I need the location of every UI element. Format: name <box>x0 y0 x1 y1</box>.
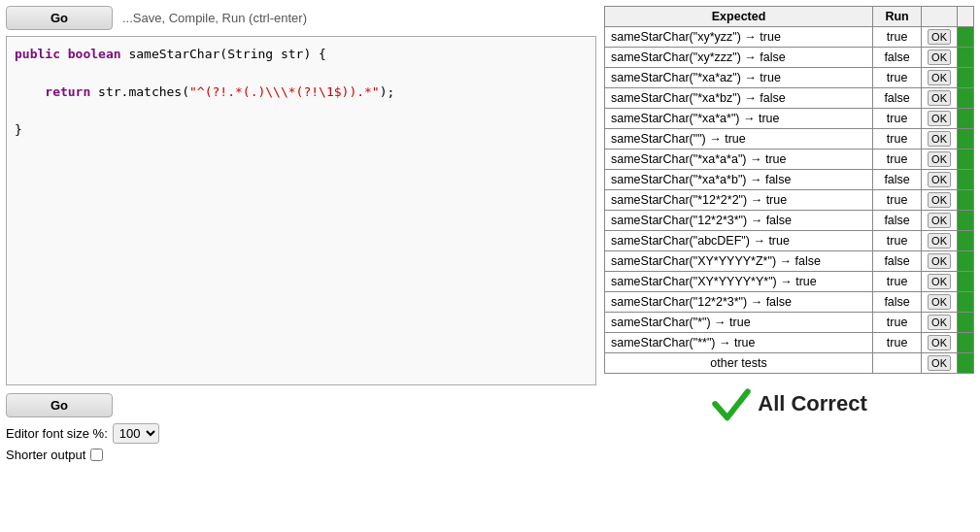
cell-run: false <box>873 251 922 272</box>
cell-run: true <box>873 231 922 251</box>
cell-ok[interactable]: OK <box>922 333 958 353</box>
cell-run: true <box>873 333 922 353</box>
table-row: sameStarChar("*xa*a*") → truetrueOK <box>605 109 974 129</box>
cell-indicator <box>958 333 974 353</box>
cell-run: false <box>873 211 922 231</box>
cell-ok[interactable]: OK <box>922 313 958 333</box>
col-header-expected: Expected <box>605 7 873 27</box>
cell-run: true <box>873 272 922 292</box>
cell-indicator <box>958 313 974 333</box>
cell-indicator <box>958 109 974 129</box>
cell-indicator <box>958 292 974 313</box>
col-header-indicator <box>958 7 974 27</box>
other-tests-label: other tests <box>605 353 873 374</box>
col-header-ok <box>922 7 958 27</box>
table-row: sameStarChar("**") → truetrueOK <box>605 333 974 353</box>
cell-run: true <box>873 313 922 333</box>
cell-ok[interactable]: OK <box>922 48 958 68</box>
cell-ok[interactable]: OK <box>922 292 958 313</box>
col-header-run: Run <box>873 7 922 27</box>
cell-ok[interactable]: OK <box>922 68 958 88</box>
cell-indicator <box>958 68 974 88</box>
table-row: sameStarChar("12*2*3*") → falsefalseOK <box>605 211 974 231</box>
table-row: sameStarChar("*") → truetrueOK <box>605 313 974 333</box>
cell-indicator <box>958 272 974 292</box>
other-tests-indicator <box>958 353 974 374</box>
left-panel: Go ...Save, Compile, Run (ctrl-enter) pu… <box>0 0 602 468</box>
cell-indicator <box>958 211 974 231</box>
cell-run: true <box>873 129 922 150</box>
table-row: sameStarChar("*xa*a*b") → falsefalseOK <box>605 170 974 190</box>
table-row: sameStarChar("XY*YYYY*Z*") → falsefalseO… <box>605 251 974 272</box>
table-row: sameStarChar("*xa*bz") → falsefalseOK <box>605 88 974 109</box>
shorter-output-label: Shorter output <box>6 448 85 462</box>
cell-expected: sameStarChar("*12*2*2") → true <box>605 190 873 211</box>
shorter-output-row: Shorter output <box>6 448 596 462</box>
cell-expected: sameStarChar("*") → true <box>605 313 873 333</box>
cell-indicator <box>958 190 974 211</box>
cell-ok[interactable]: OK <box>922 251 958 272</box>
cell-ok[interactable]: OK <box>922 109 958 129</box>
cell-run: true <box>873 27 922 48</box>
cell-run: false <box>873 292 922 313</box>
cell-indicator <box>958 251 974 272</box>
table-row: sameStarChar("XY*YYYY*Y*") → truetrueOK <box>605 272 974 292</box>
cell-ok[interactable]: OK <box>922 272 958 292</box>
cell-ok[interactable]: OK <box>922 211 958 231</box>
cell-expected: sameStarChar("xy*zzz") → false <box>605 48 873 68</box>
cell-indicator <box>958 88 974 109</box>
font-size-label: Editor font size %: <box>6 426 108 441</box>
cell-ok[interactable]: OK <box>922 170 958 190</box>
cell-indicator <box>958 170 974 190</box>
cell-expected: sameStarChar("*xa*a*b") → false <box>605 170 873 190</box>
code-editor[interactable]: public boolean sameStarChar(String str) … <box>6 36 596 385</box>
cell-indicator <box>958 231 974 251</box>
cell-expected: sameStarChar("*xa*bz") → false <box>605 88 873 109</box>
cell-expected: sameStarChar("*xa*a*") → true <box>605 109 873 129</box>
cell-expected: sameStarChar("XY*YYYY*Y*") → true <box>605 272 873 292</box>
font-size-select[interactable]: 100 <box>113 423 159 444</box>
cell-expected: sameStarChar("12*2*3*") → false <box>605 211 873 231</box>
go-button-bottom[interactable]: Go <box>6 393 113 417</box>
all-correct-row: All Correct <box>604 383 974 424</box>
table-row: sameStarChar("*xa*a*a") → truetrueOK <box>605 150 974 170</box>
results-table: Expected Run sameStarChar("xy*yzz") → tr… <box>604 6 974 374</box>
cell-run: true <box>873 190 922 211</box>
table-row: sameStarChar("") → truetrueOK <box>605 129 974 150</box>
go-button-top[interactable]: Go <box>6 6 113 30</box>
table-row: sameStarChar("xy*zzz") → falsefalseOK <box>605 48 974 68</box>
cell-indicator <box>958 48 974 68</box>
right-panel: Expected Run sameStarChar("xy*yzz") → tr… <box>602 0 980 468</box>
cell-ok[interactable]: OK <box>922 27 958 48</box>
cell-ok[interactable]: OK <box>922 129 958 150</box>
other-tests-ok[interactable]: OK <box>922 353 958 374</box>
other-tests-run <box>873 353 922 374</box>
table-row: sameStarChar("xy*yzz") → truetrueOK <box>605 27 974 48</box>
cell-run: false <box>873 48 922 68</box>
cell-run: true <box>873 150 922 170</box>
cell-ok[interactable]: OK <box>922 190 958 211</box>
cell-expected: sameStarChar("*xa*az") → true <box>605 68 873 88</box>
shorter-output-checkbox[interactable] <box>90 449 103 461</box>
other-tests-row: other testsOK <box>605 353 974 374</box>
cell-expected: sameStarChar("**") → true <box>605 333 873 353</box>
cell-run: true <box>873 68 922 88</box>
cell-run: false <box>873 88 922 109</box>
checkmark-icon <box>711 383 752 424</box>
table-row: sameStarChar("12*2*3*") → falsefalseOK <box>605 292 974 313</box>
cell-ok[interactable]: OK <box>922 231 958 251</box>
table-row: sameStarChar("abcDEF") → truetrueOK <box>605 231 974 251</box>
cell-ok[interactable]: OK <box>922 150 958 170</box>
cell-expected: sameStarChar("*xa*a*a") → true <box>605 150 873 170</box>
cell-run: false <box>873 170 922 190</box>
cell-ok[interactable]: OK <box>922 88 958 109</box>
table-row: sameStarChar("*12*2*2") → truetrueOK <box>605 190 974 211</box>
cell-expected: sameStarChar("XY*YYYY*Z*") → false <box>605 251 873 272</box>
cell-expected: sameStarChar("abcDEF") → true <box>605 231 873 251</box>
cell-indicator <box>958 129 974 150</box>
cell-expected: sameStarChar("xy*yzz") → true <box>605 27 873 48</box>
hint-text: ...Save, Compile, Run (ctrl-enter) <box>122 11 307 25</box>
cell-run: true <box>873 109 922 129</box>
table-row: sameStarChar("*xa*az") → truetrueOK <box>605 68 974 88</box>
all-correct-text: All Correct <box>758 391 866 416</box>
